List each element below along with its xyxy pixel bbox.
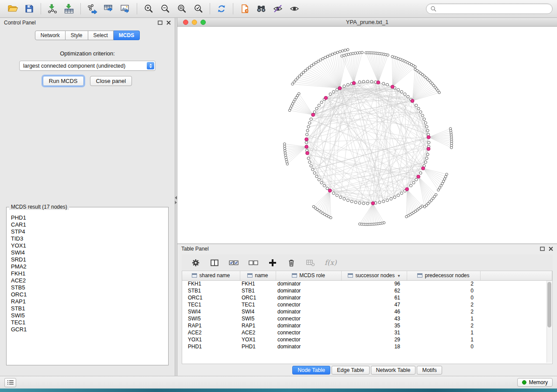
open-session-button[interactable] [4, 1, 21, 16]
tab-motifs[interactable]: Motifs [417, 366, 442, 375]
mcds-result-item[interactable]: RAP1 [11, 298, 167, 305]
mcds-result-item[interactable]: TEC1 [11, 319, 167, 326]
import-table-button[interactable] [61, 1, 77, 16]
network-canvas[interactable] [177, 27, 557, 244]
table-toolbar: f(x) [182, 254, 553, 271]
mcds-result-item[interactable]: STB5 [11, 284, 167, 291]
criterion-select[interactable]: largest connected component (undirected) [19, 61, 156, 71]
mcds-result-item[interactable]: STP4 [11, 228, 167, 235]
memory-button[interactable]: Memory [517, 378, 553, 387]
import-network-button[interactable] [44, 1, 61, 16]
column-header-shared-name[interactable]: shared name [182, 271, 240, 280]
search-box[interactable] [426, 3, 553, 14]
column-sort-icon[interactable] [192, 273, 197, 278]
mcds-result-item[interactable]: ORC1 [11, 291, 167, 298]
minimize-window-button[interactable] [192, 20, 197, 25]
float-panel-icon[interactable] [540, 247, 545, 251]
column-header-name[interactable]: name [240, 271, 276, 280]
mcds-result-item[interactable]: SRD1 [11, 256, 167, 263]
table-row[interactable]: STB1STB1dominator620 [182, 287, 552, 294]
column-header-label: name [255, 272, 268, 279]
show-columns-button[interactable] [209, 255, 220, 270]
tab-network-table[interactable]: Network Table [371, 366, 416, 375]
column-sort-icon[interactable] [417, 273, 422, 278]
column-header-successor-nodes[interactable]: successor nodes▾ [341, 271, 407, 280]
expand-right-icon[interactable] [175, 201, 177, 204]
search-input[interactable] [439, 5, 548, 12]
close-panel-icon[interactable] [549, 247, 553, 251]
column-header-predecessor-nodes[interactable]: predecessor nodes [407, 271, 480, 280]
tab-network[interactable]: Network [35, 31, 66, 40]
mcds-result-item[interactable]: SWI5 [11, 312, 167, 319]
float-panel-icon[interactable] [158, 21, 163, 25]
tab-edge-table[interactable]: Edge Table [332, 366, 369, 375]
show-console-button[interactable] [4, 378, 16, 387]
table-row[interactable]: TEC1TEC1connector472 [182, 301, 552, 308]
tab-select[interactable]: Select [88, 31, 114, 40]
table-row[interactable]: FKH1FKH1dominator962 [182, 280, 552, 287]
table-row[interactable]: SWI5SWI5connector431 [182, 315, 552, 322]
table-row[interactable]: YOX1YOX1connector291 [182, 336, 552, 343]
table-row[interactable]: RAP1RAP1dominator352 [182, 322, 552, 329]
network-titlebar[interactable]: YPA_prune.txt_1 [177, 18, 557, 27]
collapse-left-icon[interactable] [175, 196, 177, 199]
column-header-mcds-role[interactable]: MCDS role [276, 271, 341, 280]
table-cell: YOX1 [182, 336, 240, 343]
select-all-button[interactable] [228, 255, 239, 270]
chevron-down-icon[interactable]: ▾ [398, 273, 400, 278]
table-cell [480, 287, 552, 294]
add-column-button[interactable] [267, 255, 278, 270]
close-panel-button[interactable]: Close panel [90, 76, 132, 86]
table-cell: STB1 [182, 287, 240, 294]
refresh-view-button[interactable] [213, 1, 230, 16]
mcds-result-item[interactable]: STB1 [11, 305, 167, 312]
zoom-selected-button[interactable] [190, 1, 207, 16]
table-row[interactable]: ACE2ACE2connector311 [182, 329, 552, 336]
mcds-result-item[interactable]: TID3 [11, 235, 167, 242]
column-sort-icon[interactable] [247, 273, 253, 278]
column-sort-icon[interactable] [348, 273, 353, 278]
maximize-window-button[interactable] [201, 20, 206, 25]
mcds-result-item[interactable]: FKH1 [11, 270, 167, 277]
table-settings-button[interactable] [190, 255, 201, 270]
table-scrollbar[interactable] [547, 281, 552, 363]
zoom-fit-button[interactable] [173, 1, 190, 16]
hide-graphics-button[interactable] [270, 1, 286, 16]
close-panel-icon[interactable] [166, 21, 171, 25]
export-image-button[interactable] [117, 1, 134, 16]
zoom-fit-icon [176, 3, 187, 14]
toolbar-search [426, 3, 553, 14]
delete-column-button[interactable] [286, 255, 297, 270]
close-window-button[interactable] [183, 20, 188, 25]
run-mcds-button[interactable]: Run MCDS [43, 76, 84, 86]
show-graphics-button[interactable] [286, 1, 303, 16]
mcds-result-item[interactable]: PHD1 [11, 214, 167, 221]
splitter-handle[interactable] [175, 196, 177, 204]
network-graph[interactable] [177, 27, 557, 244]
table-cell: ORC1 [240, 294, 276, 301]
mcds-result-item[interactable]: SWI4 [11, 249, 167, 256]
column-sort-icon[interactable] [292, 273, 297, 278]
mcds-result-item[interactable]: PMA2 [11, 263, 167, 270]
share-document-button[interactable] [236, 1, 253, 16]
zoom-in-button[interactable] [140, 1, 157, 16]
table-row[interactable]: SWI4SWI4dominator462 [182, 308, 552, 315]
panel-splitter[interactable] [175, 18, 177, 376]
table-row[interactable]: PHD1PHD1dominator180 [182, 343, 552, 350]
table-row[interactable]: ORC1ORC1dominator610 [182, 294, 552, 301]
mcds-result-item[interactable]: GCR1 [11, 326, 167, 333]
mcds-result-item[interactable]: YOX1 [11, 242, 167, 249]
find-button[interactable] [253, 1, 270, 16]
mcds-result-item[interactable]: ACE2 [11, 277, 167, 284]
tab-mcds[interactable]: MCDS [114, 31, 140, 40]
unselect-all-button[interactable] [248, 255, 259, 270]
mcds-result-item[interactable]: CAR1 [11, 221, 167, 228]
export-table-button[interactable] [100, 1, 117, 16]
table-cell: PHD1 [182, 343, 240, 350]
tab-node-table[interactable]: Node Table [292, 366, 330, 375]
scrollbar-thumb[interactable] [547, 282, 551, 327]
tab-style[interactable]: Style [66, 31, 88, 40]
zoom-out-button[interactable] [157, 1, 173, 16]
export-network-button[interactable] [84, 1, 100, 16]
save-session-button[interactable] [21, 1, 38, 16]
